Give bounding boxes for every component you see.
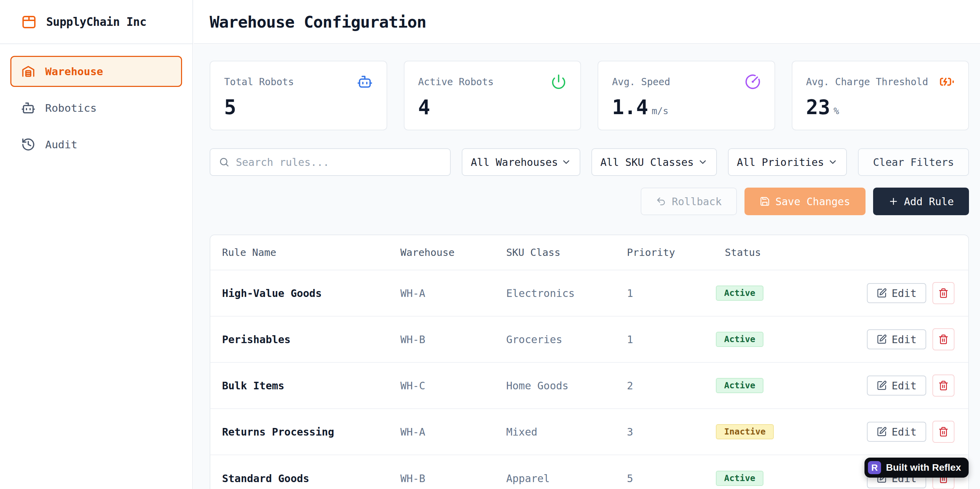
delete-button[interactable] [932, 282, 955, 304]
warehouse-filter-select[interactable]: All Warehouses [462, 148, 580, 176]
sidebar-item-label: Robotics [45, 102, 97, 114]
delete-button[interactable] [932, 421, 955, 443]
column-header-priority: Priority [627, 247, 716, 258]
stat-card-avg-charge-threshold: Avg. Charge Threshold 23 % [792, 61, 969, 131]
stat-unit: % [834, 105, 839, 116]
status-badge: Inactive [716, 424, 774, 440]
rule-name: Perishables [210, 333, 400, 346]
search-input[interactable] [236, 156, 442, 168]
package-icon [21, 13, 37, 30]
clear-filters-button[interactable]: Clear Filters [858, 148, 969, 176]
stat-label: Avg. Charge Threshold [806, 76, 928, 88]
rule-name: Standard Goods [210, 473, 400, 484]
status-badge: Active [716, 378, 764, 393]
trash-icon [938, 381, 949, 391]
rule-name: High-Value Goods [210, 287, 400, 299]
trash-icon [938, 334, 949, 344]
rule-sku-class: Apparel [506, 473, 627, 484]
trash-icon [938, 288, 949, 298]
sidebar: SupplyChain Inc Warehouse Robotics Au [0, 0, 193, 489]
row-actions: Edit [866, 421, 968, 443]
row-actions: Edit [866, 374, 968, 397]
rule-priority: 3 [627, 426, 716, 438]
warehouse-icon [21, 64, 35, 79]
save-changes-button[interactable]: Save Changes [745, 188, 865, 215]
rule-name: Bulk Items [210, 380, 400, 392]
edit-button[interactable]: Edit [867, 422, 926, 442]
sku-class-filter-select[interactable]: All SKU Classes [591, 148, 717, 176]
stat-value: 4 [418, 97, 430, 117]
rule-priority: 1 [627, 333, 716, 346]
sidebar-nav: Warehouse Robotics Audit [0, 44, 192, 172]
edit-label: Edit [892, 333, 916, 346]
rule-priority: 2 [627, 380, 716, 392]
stat-value: 5 [224, 97, 236, 117]
row-actions: Edit [866, 328, 968, 350]
column-header-status: Status [716, 247, 866, 258]
rule-warehouse: WH-B [400, 333, 506, 346]
add-rule-button[interactable]: Add Rule [873, 188, 969, 215]
delete-button[interactable] [932, 374, 955, 397]
page-title: Warehouse Configuration [210, 13, 426, 31]
built-with-reflex-badge[interactable]: R Built with Reflex [864, 458, 969, 478]
stats-row: Total Robots 5 Active Robots 4 [210, 61, 969, 131]
rule-warehouse: WH-A [400, 287, 506, 299]
column-header-sku-class: SKU Class [506, 247, 627, 258]
status-badge: Active [716, 285, 764, 301]
add-rule-label: Add Rule [904, 196, 954, 208]
rule-sku-class: Home Goods [506, 380, 627, 392]
table-body: High-Value Goods WH-A Electronics 1 Acti… [210, 270, 968, 489]
edit-label: Edit [892, 380, 916, 392]
stat-value: 23 [806, 97, 830, 117]
rule-sku-class: Mixed [506, 426, 627, 438]
search-box [210, 148, 451, 176]
warehouse-filter-value: All Warehouses [471, 156, 558, 168]
search-icon [219, 156, 230, 167]
priority-filter-value: All Priorities [737, 156, 824, 168]
clear-filters-label: Clear Filters [873, 156, 954, 168]
sidebar-item-robotics[interactable]: Robotics [10, 92, 182, 123]
sidebar-item-label: Audit [45, 138, 77, 151]
chevron-down-icon [561, 157, 571, 167]
power-icon [551, 74, 566, 90]
stat-label: Active Robots [418, 76, 494, 88]
sidebar-header: SupplyChain Inc [0, 0, 192, 44]
sidebar-item-warehouse[interactable]: Warehouse [10, 56, 182, 87]
save-icon [760, 196, 770, 207]
table-row: Perishables WH-B Groceries 1 Active Edit [210, 317, 968, 363]
rules-table: Rule Name Warehouse SKU Class Priority S… [210, 234, 969, 489]
edit-button[interactable]: Edit [867, 376, 926, 395]
table-row: Returns Processing WH-A Mixed 3 Inactive… [210, 409, 968, 455]
rule-sku-class: Groceries [506, 333, 627, 346]
delete-button[interactable] [932, 328, 955, 350]
main-content: Total Robots 5 Active Robots 4 [194, 45, 980, 489]
edit-icon [877, 288, 887, 298]
sidebar-item-audit[interactable]: Audit [10, 129, 182, 160]
edit-button[interactable]: Edit [867, 283, 926, 303]
robot-icon [21, 101, 35, 115]
robot-icon [357, 74, 373, 90]
chevron-down-icon [698, 157, 708, 167]
action-row: Rollback Save Changes Add Rule [210, 188, 969, 215]
reflex-logo-icon: R [868, 461, 881, 474]
rule-priority: 1 [627, 287, 716, 299]
history-icon [21, 137, 35, 152]
rollback-label: Rollback [672, 196, 722, 208]
edit-icon [877, 381, 887, 391]
plus-icon [888, 196, 899, 207]
table-row: Bulk Items WH-C Home Goods 2 Active Edit [210, 363, 968, 409]
table-row: High-Value Goods WH-A Electronics 1 Acti… [210, 270, 968, 317]
table-row: Standard Goods WH-B Apparel 5 Active Edi… [210, 455, 968, 489]
save-changes-label: Save Changes [776, 196, 850, 208]
stat-card-total-robots: Total Robots 5 [210, 61, 387, 131]
priority-filter-select[interactable]: All Priorities [728, 148, 847, 176]
edit-button[interactable]: Edit [867, 329, 926, 349]
trash-icon [938, 427, 949, 437]
status-badge: Active [716, 471, 764, 486]
rule-name: Returns Processing [210, 426, 400, 438]
gauge-icon [745, 74, 761, 90]
column-header-rule-name: Rule Name [210, 247, 400, 258]
battery-charging-icon [939, 74, 955, 90]
rollback-button[interactable]: Rollback [641, 188, 737, 215]
table-header-row: Rule Name Warehouse SKU Class Priority S… [210, 235, 968, 270]
